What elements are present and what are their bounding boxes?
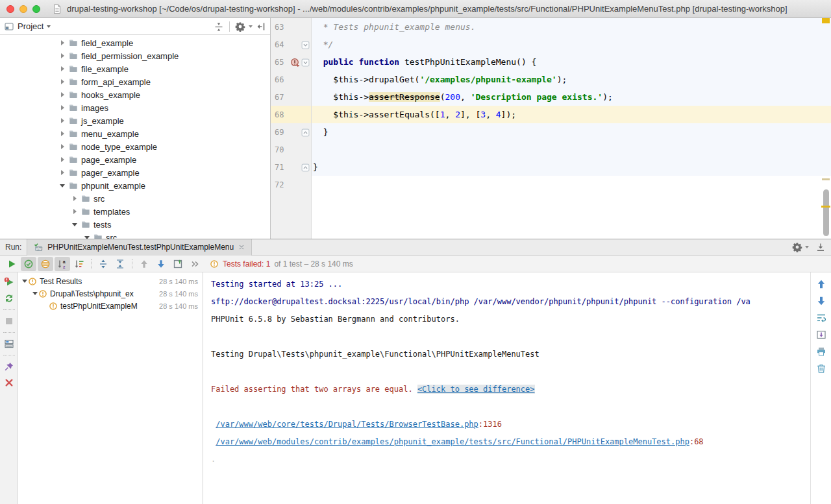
code-line-content[interactable]	[312, 141, 831, 158]
expand-arrow-icon[interactable]	[58, 40, 66, 45]
project-tree-item-node_type_example[interactable]: node_type_example	[0, 140, 270, 153]
chevron-down-icon[interactable]	[249, 25, 253, 28]
restore-layout-icon[interactable]	[4, 339, 14, 349]
editor-line-69[interactable]: 69 }	[271, 123, 831, 141]
settings-gear-icon[interactable]	[235, 21, 245, 32]
code-line-content[interactable]: $this->assertEquals([1, 2], [3, 4]);	[312, 106, 831, 123]
editor-line-67[interactable]: 67 $this->assertResponse(200, 'Descripti…	[271, 88, 831, 106]
expand-arrow-icon[interactable]	[58, 66, 66, 71]
close-window-button[interactable]	[6, 5, 14, 13]
expand-all-button[interactable]	[95, 257, 111, 271]
editor-gutter[interactable]: 63	[271, 18, 312, 36]
editor-line-65[interactable]: 65 public function testPhpUnitExampleMen…	[271, 53, 831, 71]
expand-arrow-icon[interactable]	[58, 131, 66, 136]
test-tree-item[interactable]: Test Results28 s 140 ms	[18, 275, 203, 287]
project-tree-item-file_example[interactable]: file_example	[0, 62, 270, 75]
close-icon[interactable]	[238, 243, 245, 251]
chevron-down-icon[interactable]	[805, 246, 809, 248]
error-stripe-warning-marker[interactable]	[822, 178, 830, 180]
code-line-content[interactable]: $this->drupalGet('/examples/phpunit-exam…	[312, 71, 831, 88]
soft-wrap-icon[interactable]	[816, 313, 826, 323]
code-line-content[interactable]: }	[312, 158, 831, 176]
project-tree-item-templates[interactable]: templates	[0, 205, 270, 218]
code-editor[interactable]: 63 * Tests phpunit_example menus.64 */65…	[271, 18, 831, 239]
run-button[interactable]	[4, 257, 19, 271]
minimize-window-button[interactable]	[19, 5, 27, 13]
rerun-icon[interactable]	[4, 293, 14, 304]
collapse-arrow-icon[interactable]	[83, 236, 91, 239]
next-failed-button[interactable]	[153, 257, 169, 271]
project-tree-item-images[interactable]: images	[0, 101, 270, 114]
project-panel-title[interactable]: Project	[18, 21, 43, 31]
prev-failed-button[interactable]	[136, 257, 152, 271]
stop-icon[interactable]	[4, 316, 14, 326]
editor-gutter[interactable]: 70	[271, 141, 312, 158]
expand-arrow-icon[interactable]	[71, 209, 79, 214]
console-link[interactable]: /var/www/web/core/tests/Drupal/Tests/Bro…	[216, 420, 478, 429]
editor-line-66[interactable]: 66 $this->drupalGet('/examples/phpunit-e…	[271, 71, 831, 88]
error-stripe-current-marker[interactable]	[821, 206, 830, 208]
collapse-arrow-icon[interactable]	[21, 280, 28, 283]
editor-line-64[interactable]: 64 */	[271, 36, 831, 53]
expand-arrow-icon[interactable]	[58, 79, 66, 84]
code-line-content[interactable]: public function testPhpUnitExampleMenu()…	[312, 53, 831, 71]
scroll-to-end-icon[interactable]	[816, 330, 826, 340]
expand-arrow-icon[interactable]	[58, 53, 66, 58]
more-chevron-button[interactable]	[187, 257, 203, 271]
error-stripe-top-marker[interactable]	[822, 18, 830, 23]
close-red-icon[interactable]	[4, 378, 14, 388]
project-tree-item-menu_example[interactable]: menu_example	[0, 127, 270, 140]
editor-gutter[interactable]: 65	[271, 53, 312, 71]
project-tree-item-phpunit_example[interactable]: phpunit_example	[0, 179, 270, 192]
test-failed-icon[interactable]	[290, 58, 301, 67]
project-tree-item-page_example[interactable]: page_example	[0, 153, 270, 166]
project-tree-item-src[interactable]: src	[0, 231, 270, 239]
show-passed-button[interactable]	[21, 257, 36, 271]
project-tree-item-src[interactable]: src	[0, 192, 270, 205]
fold-marker-icon[interactable]	[301, 58, 310, 66]
locate-icon[interactable]	[214, 21, 224, 32]
console-link[interactable]: /var/www/web/modules/contrib/examples/ph…	[216, 437, 689, 446]
code-line-content[interactable]: * Tests phpunit_example menus.	[312, 18, 831, 36]
code-line-content[interactable]: $this->assertResponse(200, 'Description …	[312, 88, 831, 106]
editor-gutter[interactable]: 66	[271, 71, 312, 88]
expand-arrow-icon[interactable]	[58, 157, 66, 162]
editor-gutter[interactable]: 72	[271, 176, 312, 193]
project-tree-item-hooks_example[interactable]: hooks_example	[0, 88, 270, 101]
test-console-output[interactable]: Testing started at 13:25 ...sftp://docke…	[203, 272, 810, 504]
editor-line-70[interactable]: 70	[271, 141, 831, 158]
collapse-arrow-icon[interactable]	[58, 184, 66, 187]
rerun-failed-icon[interactable]	[4, 277, 14, 287]
expand-arrow-icon[interactable]	[58, 92, 66, 97]
fold-marker-icon[interactable]	[301, 128, 310, 136]
hide-toolwindow-icon[interactable]	[815, 242, 826, 252]
sort-alpha-button[interactable]: az	[55, 257, 70, 271]
console-link[interactable]: <Click to see difference>	[417, 385, 535, 394]
project-tree-item-tests[interactable]: tests	[0, 218, 270, 231]
editor-gutter[interactable]: 68	[271, 106, 312, 123]
clear-all-icon[interactable]	[816, 363, 826, 374]
editor-line-72[interactable]: 72	[271, 176, 831, 193]
down-arrow-icon[interactable]	[816, 296, 826, 306]
editor-line-68[interactable]: 68 $this->assertEquals([1, 2], [3, 4]);	[271, 106, 831, 123]
chevron-down-icon[interactable]	[47, 25, 51, 28]
editor-gutter[interactable]: 71	[271, 158, 312, 176]
sort-duration-button[interactable]	[71, 257, 87, 271]
expand-arrow-icon[interactable]	[58, 118, 66, 123]
editor-gutter[interactable]: 64	[271, 36, 312, 53]
show-ignored-button[interactable]	[38, 257, 53, 271]
collapse-arrow-icon[interactable]	[31, 292, 38, 295]
project-tree-item-field_permission_example[interactable]: field_permission_example	[0, 49, 270, 62]
up-arrow-icon[interactable]	[816, 279, 826, 289]
hide-panel-icon[interactable]	[256, 21, 266, 32]
editor-line-71[interactable]: 71}	[271, 158, 831, 176]
code-line-content[interactable]	[312, 176, 831, 193]
editor-line-63[interactable]: 63 * Tests phpunit_example menus.	[271, 18, 831, 36]
zoom-window-button[interactable]	[32, 5, 40, 13]
fold-marker-icon[interactable]	[301, 41, 310, 49]
run-tab[interactable]: php PHPUnitExampleMenuTest.testPhpUnitEx…	[27, 239, 252, 256]
export-test-results-button[interactable]	[170, 257, 186, 271]
editor-gutter[interactable]: 67	[271, 88, 312, 106]
collapse-all-button[interactable]	[112, 257, 128, 271]
expand-arrow-icon[interactable]	[71, 196, 79, 201]
